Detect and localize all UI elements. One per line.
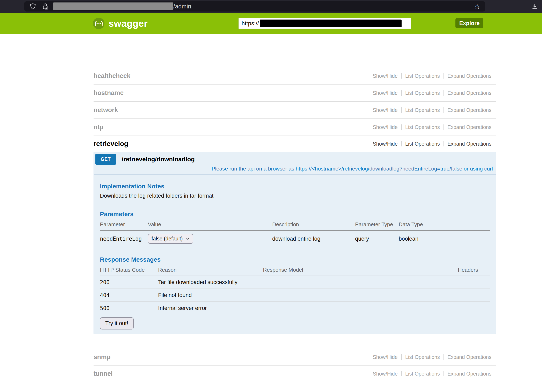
- address-path-text: /admin: [173, 3, 191, 10]
- show-hide-link[interactable]: Show/Hide: [373, 354, 398, 360]
- api-url-prefix: https://: [242, 20, 259, 27]
- resource-row-retrievelog: retrievelog Show/Hide List Operations Ex…: [93, 136, 496, 152]
- swagger-logo-icon: {⋯}: [93, 18, 104, 29]
- response-row-500: 500 Internal server error: [100, 302, 490, 315]
- lock-warning-icon[interactable]: [42, 3, 48, 10]
- response-model-cell: [263, 302, 432, 315]
- response-row-404: 404 File not found: [100, 289, 490, 302]
- show-hide-link[interactable]: Show/Hide: [373, 107, 398, 113]
- col-description: Description: [272, 221, 355, 230]
- status-code: 404: [100, 289, 158, 302]
- download-icon[interactable]: [531, 3, 538, 10]
- operation-panel-downloadlog: GET /retrievelog/downloadlog Please run …: [93, 152, 496, 334]
- expand-operations-link[interactable]: Expand Operations: [447, 124, 491, 130]
- operation-note: Please run the api on a browser as https…: [94, 165, 496, 175]
- swagger-logo[interactable]: {⋯} swagger: [93, 18, 148, 29]
- resource-heading-retrievelog[interactable]: retrievelog: [93, 140, 128, 148]
- parameters-table: Parameter Value Description Parameter Ty…: [100, 221, 490, 247]
- parameter-description: download entire log: [272, 230, 355, 247]
- operation-path-link[interactable]: /retrievelog/downloadlog: [122, 156, 195, 163]
- swagger-header: {⋯} swagger https:// Explore: [0, 13, 542, 34]
- col-response-model: Response Model: [263, 267, 432, 276]
- browser-toolbar: /admin ☆: [0, 0, 542, 13]
- swagger-brand-text: swagger: [108, 18, 148, 29]
- redacted-hostname: [53, 2, 173, 10]
- parameters-title: Parameters: [100, 211, 490, 218]
- status-reason: Internal server error: [158, 302, 263, 315]
- resource-heading-tunnel[interactable]: tunnel: [93, 370, 113, 377]
- expand-operations-link[interactable]: Expand Operations: [447, 90, 491, 96]
- response-messages-title: Response Messages: [100, 256, 490, 263]
- headers-cell: [432, 276, 490, 289]
- col-headers: Headers: [432, 267, 490, 276]
- col-parameter-type: Parameter Type: [355, 221, 399, 230]
- needentirelog-select[interactable]: false (default): [148, 234, 193, 244]
- operation-body: Implementation Notes Downloads the log r…: [94, 175, 496, 334]
- status-code: 200: [100, 276, 158, 289]
- resource-row-ntp: ntp Show/Hide List Operations Expand Ope…: [93, 119, 496, 136]
- list-operations-link[interactable]: List Operations: [405, 371, 440, 377]
- implementation-notes-title: Implementation Notes: [100, 183, 490, 190]
- resource-heading-healthcheck[interactable]: healthcheck: [93, 72, 130, 80]
- explore-button[interactable]: Explore: [455, 18, 483, 28]
- response-model-cell: [263, 276, 432, 289]
- status-reason: File not found: [158, 289, 263, 302]
- http-method-badge[interactable]: GET: [95, 154, 116, 165]
- response-model-cell: [263, 289, 432, 302]
- col-value: Value: [148, 221, 272, 230]
- show-hide-link[interactable]: Show/Hide: [373, 90, 398, 96]
- resource-heading-snmp[interactable]: snmp: [93, 353, 111, 361]
- headers-cell: [432, 302, 490, 315]
- resource-heading-hostname[interactable]: hostname: [93, 89, 124, 97]
- list-operations-link[interactable]: List Operations: [405, 354, 440, 360]
- api-content: healthcheck Show/Hide List Operations Ex…: [93, 67, 496, 392]
- response-messages-table: HTTP Status Code Reason Response Model H…: [100, 267, 490, 315]
- headers-cell: [432, 289, 490, 302]
- parameter-type: query: [355, 230, 399, 247]
- selected-option: false (default): [152, 236, 183, 242]
- resource-row-network: network Show/Hide List Operations Expand…: [93, 102, 496, 119]
- status-reason: Tar file downloaded successfully: [158, 276, 263, 289]
- redacted-api-url: [260, 20, 401, 27]
- expand-operations-link[interactable]: Expand Operations: [447, 354, 491, 360]
- list-operations-link[interactable]: List Operations: [405, 90, 440, 96]
- show-hide-link[interactable]: Show/Hide: [373, 73, 398, 79]
- response-row-200: 200 Tar file downloaded successfully: [100, 276, 490, 289]
- implementation-notes-text: Downloads the log related folders in tar…: [100, 193, 490, 199]
- resource-row-healthcheck: healthcheck Show/Hide List Operations Ex…: [93, 67, 496, 85]
- resource-heading-ntp[interactable]: ntp: [93, 123, 103, 131]
- operation-header: GET /retrievelog/downloadlog: [94, 152, 496, 165]
- show-hide-link[interactable]: Show/Hide: [373, 141, 398, 147]
- browser-address-bar[interactable]: /admin ☆: [24, 1, 485, 11]
- list-operations-link[interactable]: List Operations: [405, 124, 440, 130]
- resource-row-tunnel: tunnel Show/Hide List Operations Expand …: [93, 366, 496, 382]
- chevron-down-icon: [186, 238, 190, 240]
- list-operations-link[interactable]: List Operations: [405, 141, 440, 147]
- expand-operations-link[interactable]: Expand Operations: [447, 73, 491, 79]
- parameter-data-type: boolean: [399, 230, 490, 247]
- api-url-input[interactable]: https://: [238, 18, 411, 29]
- expand-operations-link[interactable]: Expand Operations: [447, 107, 491, 113]
- try-it-out-button[interactable]: Try it out!: [100, 317, 134, 329]
- list-operations-link[interactable]: List Operations: [405, 107, 440, 113]
- show-hide-link[interactable]: Show/Hide: [373, 371, 398, 377]
- expand-operations-link[interactable]: Expand Operations: [447, 371, 491, 377]
- parameter-name: needEntireLog: [100, 230, 148, 247]
- resource-row-hostname: hostname Show/Hide List Operations Expan…: [93, 85, 496, 102]
- bookmark-star-icon[interactable]: ☆: [474, 1, 480, 11]
- show-hide-link[interactable]: Show/Hide: [373, 124, 398, 130]
- parameter-row: needEntireLog false (default) download e…: [100, 230, 490, 247]
- resource-row-snmp: snmp Show/Hide List Operations Expand Op…: [93, 348, 496, 366]
- col-parameter: Parameter: [100, 221, 148, 230]
- list-operations-link[interactable]: List Operations: [405, 73, 440, 79]
- resource-heading-network[interactable]: network: [93, 106, 118, 114]
- shield-icon[interactable]: [30, 3, 36, 10]
- expand-operations-link[interactable]: Expand Operations: [447, 141, 491, 147]
- status-code: 500: [100, 302, 158, 315]
- col-status-code: HTTP Status Code: [100, 267, 158, 276]
- col-reason: Reason: [158, 267, 263, 276]
- col-data-type: Data Type: [399, 221, 490, 230]
